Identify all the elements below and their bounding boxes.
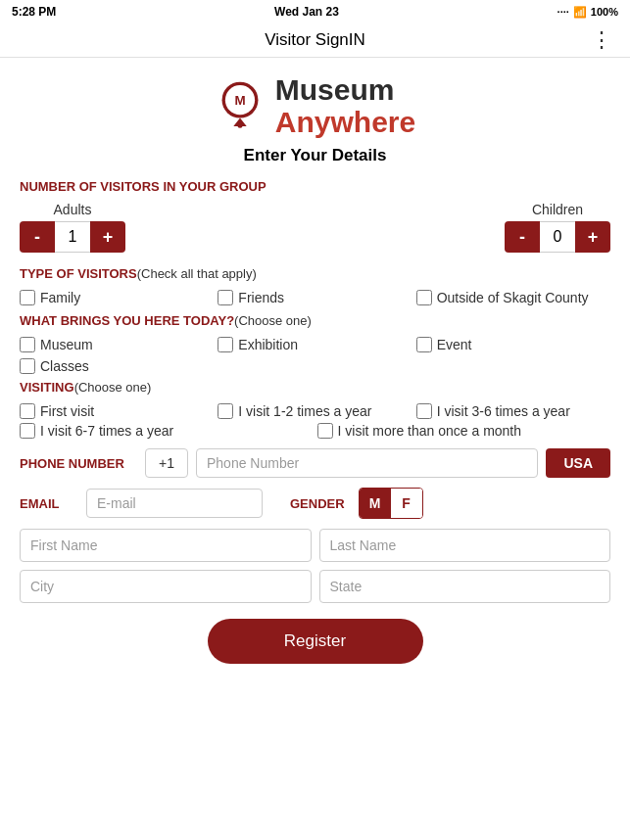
checkbox-3-6-times-input[interactable] bbox=[416, 403, 432, 419]
name-row bbox=[20, 529, 610, 562]
wifi-icon: 📶 bbox=[573, 6, 587, 19]
checkbox-6-7-times-input[interactable] bbox=[20, 423, 35, 439]
checkbox-outside-skagit-input[interactable] bbox=[416, 290, 432, 305]
email-input[interactable] bbox=[86, 489, 263, 518]
checkbox-once-a-month[interactable]: I visit more than once a month bbox=[317, 423, 611, 439]
logo-museum: Museum bbox=[275, 73, 415, 106]
status-bar: 5:28 PM Wed Jan 23 ···· 📶 100% bbox=[0, 0, 630, 23]
adults-label: Adults bbox=[54, 202, 92, 217]
nav-title: Visitor SignIN bbox=[39, 30, 591, 50]
adults-minus-button[interactable]: - bbox=[20, 221, 55, 253]
svg-point-4 bbox=[237, 123, 242, 128]
visiting-section: VISITING(Choose one) First visit I visit… bbox=[20, 378, 610, 439]
type-section: TYPE OF VISITORS(Check all that apply) F… bbox=[20, 264, 610, 305]
status-time: 5:28 PM bbox=[12, 5, 56, 19]
visiting-subtext: (Choose one) bbox=[74, 380, 152, 395]
visiting-checkboxes-row1: First visit I visit 1-2 times a year I v… bbox=[20, 403, 610, 419]
city-state-row bbox=[20, 570, 610, 603]
logo-icon: M bbox=[215, 80, 266, 131]
why-header: WHAT BRINGS YOU HERE TODAY? bbox=[20, 313, 234, 328]
email-gender-row: EMAIL GENDER M F bbox=[20, 488, 610, 519]
gender-label: GENDER bbox=[290, 496, 345, 511]
visiting-header: VISITING bbox=[20, 380, 74, 395]
adults-counter: Adults - 1 + bbox=[20, 202, 125, 253]
children-controls: - 0 + bbox=[505, 221, 610, 253]
last-name-input[interactable] bbox=[319, 529, 611, 562]
checkbox-event[interactable]: Event bbox=[416, 337, 610, 352]
nav-bar: Visitor SignIN ⋮ bbox=[0, 23, 630, 58]
adults-plus-button[interactable]: + bbox=[90, 221, 125, 253]
gender-toggle: M F bbox=[359, 488, 423, 519]
page-subtitle: Enter Your Details bbox=[20, 146, 610, 165]
adults-controls: - 1 + bbox=[20, 221, 125, 253]
main-content: M Museum Anywhere Enter Your Details NUM… bbox=[0, 58, 630, 679]
why-checkboxes-row1: Museum Exhibition Event bbox=[20, 337, 610, 352]
status-icons: ···· 📶 100% bbox=[557, 6, 618, 19]
why-subtext: (Choose one) bbox=[234, 313, 312, 328]
checkbox-classes[interactable]: Classes bbox=[20, 358, 610, 374]
checkbox-family-input[interactable] bbox=[20, 290, 35, 305]
phone-code-input[interactable] bbox=[145, 448, 188, 478]
battery-icon: 100% bbox=[591, 6, 618, 18]
checkbox-3-6-times[interactable]: I visit 3-6 times a year bbox=[416, 403, 610, 419]
checkbox-friends[interactable]: Friends bbox=[218, 290, 412, 305]
type-header: TYPE OF VISITORS bbox=[20, 266, 137, 281]
gender-female-button[interactable]: F bbox=[391, 489, 422, 518]
visitors-section-header: NUMBER OF VISITORS IN YOUR GROUP bbox=[20, 179, 610, 194]
signal-icon: ···· bbox=[557, 6, 569, 18]
type-subtext: (Check all that apply) bbox=[137, 266, 257, 281]
children-minus-button[interactable]: - bbox=[505, 221, 540, 253]
checkbox-exhibition-input[interactable] bbox=[218, 337, 233, 352]
logo-section: M Museum Anywhere bbox=[20, 73, 610, 138]
register-button[interactable]: Register bbox=[208, 619, 423, 664]
svg-text:M: M bbox=[234, 93, 245, 108]
children-plus-button[interactable]: + bbox=[575, 221, 610, 253]
checkbox-first-visit[interactable]: First visit bbox=[20, 403, 214, 419]
type-checkboxes: Family Friends Outside of Skagit County bbox=[20, 290, 610, 305]
first-name-input[interactable] bbox=[20, 529, 312, 562]
city-input[interactable] bbox=[20, 570, 312, 603]
checkbox-friends-input[interactable] bbox=[218, 290, 233, 305]
status-date: Wed Jan 23 bbox=[274, 5, 339, 19]
checkbox-classes-input[interactable] bbox=[20, 358, 35, 374]
checkbox-exhibition[interactable]: Exhibition bbox=[218, 337, 412, 352]
phone-number-input[interactable] bbox=[196, 448, 538, 478]
children-label: Children bbox=[532, 202, 583, 217]
checkbox-event-input[interactable] bbox=[416, 337, 432, 352]
children-counter: Children - 0 + bbox=[505, 202, 610, 253]
children-value: 0 bbox=[540, 221, 575, 253]
visitors-row: Adults - 1 + Children - 0 + bbox=[20, 202, 610, 253]
checkbox-1-2-times[interactable]: I visit 1-2 times a year bbox=[218, 403, 412, 419]
checkbox-museum-input[interactable] bbox=[20, 337, 35, 352]
checkbox-once-a-month-input[interactable] bbox=[317, 423, 333, 439]
gender-male-button[interactable]: M bbox=[360, 489, 391, 518]
checkbox-outside-skagit[interactable]: Outside of Skagit County bbox=[416, 290, 610, 305]
adults-value: 1 bbox=[55, 221, 90, 253]
checkbox-family[interactable]: Family bbox=[20, 290, 214, 305]
email-label: EMAIL bbox=[20, 496, 78, 511]
country-select-button[interactable]: USA bbox=[546, 448, 610, 478]
logo-anywhere: Anywhere bbox=[275, 106, 415, 138]
why-section: WHAT BRINGS YOU HERE TODAY?(Choose one) … bbox=[20, 311, 610, 374]
checkbox-museum[interactable]: Museum bbox=[20, 337, 214, 352]
more-options-button[interactable]: ⋮ bbox=[591, 29, 614, 51]
checkbox-1-2-times-input[interactable] bbox=[218, 403, 233, 419]
checkbox-first-visit-input[interactable] bbox=[20, 403, 35, 419]
logo-text: Museum Anywhere bbox=[275, 73, 415, 138]
checkbox-6-7-times[interactable]: I visit 6-7 times a year bbox=[20, 423, 314, 439]
phone-label: PHONE NUMBER bbox=[20, 456, 137, 471]
phone-row: PHONE NUMBER USA bbox=[20, 448, 610, 478]
state-input[interactable] bbox=[319, 570, 611, 603]
visiting-checkboxes-row2: I visit 6-7 times a year I visit more th… bbox=[20, 423, 610, 439]
